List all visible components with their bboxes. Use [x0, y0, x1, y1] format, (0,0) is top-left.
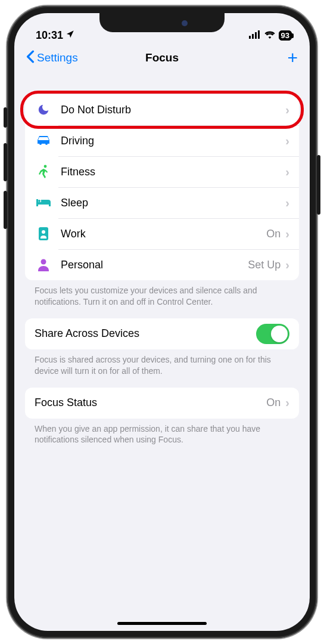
row-label: Driving [61, 135, 281, 147]
cellular-icon [249, 29, 261, 42]
svg-rect-2 [255, 32, 257, 39]
chevron-right-icon: › [285, 258, 289, 272]
share-group: Share Across Devices [25, 318, 299, 349]
bed-icon [35, 194, 52, 212]
svg-point-4 [44, 165, 47, 168]
page-title: Focus [145, 51, 179, 64]
phone-screen: 10:31 93 Settings [14, 13, 310, 631]
svg-point-7 [41, 259, 46, 265]
plus-icon: + [287, 48, 298, 67]
row-label: Focus Status [35, 397, 266, 409]
row-label: Share Across Devices [35, 327, 256, 340]
focus-modes-footer: Focus lets you customize your devices an… [25, 280, 299, 308]
moon-icon [35, 101, 52, 119]
volume-down-button[interactable] [4, 191, 7, 229]
chevron-right-icon: › [285, 196, 289, 210]
row-sleep[interactable]: Sleep › [25, 187, 299, 218]
row-value: Set Up [248, 259, 281, 271]
row-focus-status[interactable]: Focus Status On › [25, 388, 299, 419]
back-label: Settings [37, 51, 78, 64]
chevron-right-icon: › [285, 134, 289, 148]
row-label: Do Not Disturb [61, 104, 281, 116]
focus-modes-group: Do Not Disturb › Driving › Fit [25, 94, 299, 280]
row-value: On [266, 228, 281, 240]
add-button[interactable]: + [287, 49, 298, 67]
status-time: 10:31 [36, 29, 63, 42]
share-footer: Focus is shared across your devices, and… [25, 349, 299, 377]
row-driving[interactable]: Driving › [25, 125, 299, 156]
svg-rect-0 [249, 36, 251, 39]
row-do-not-disturb[interactable]: Do Not Disturb › [25, 94, 299, 125]
power-button[interactable] [317, 155, 320, 215]
row-fitness[interactable]: Fitness › [25, 156, 299, 187]
svg-point-6 [42, 230, 45, 234]
notch [99, 13, 225, 32]
wifi-icon [264, 29, 276, 42]
row-label: Sleep [61, 197, 281, 209]
battery-indicator: 93 [279, 30, 292, 41]
row-label: Work [61, 228, 266, 240]
svg-rect-1 [252, 34, 254, 39]
chevron-left-icon [26, 50, 35, 66]
running-icon [35, 163, 52, 181]
focus-status-footer: When you give an app permission, it can … [25, 419, 299, 446]
person-icon [35, 256, 52, 274]
row-label: Fitness [61, 166, 281, 178]
row-label: Personal [61, 259, 248, 271]
content-scroll[interactable]: Do Not Disturb › Driving › Fit [14, 73, 310, 607]
nav-bar: Settings Focus + [14, 43, 310, 73]
back-button[interactable]: Settings [26, 50, 78, 66]
chevron-right-icon: › [285, 396, 289, 410]
row-share-across-devices: Share Across Devices [25, 318, 299, 349]
row-value: On [266, 397, 281, 409]
location-icon [66, 29, 74, 42]
chevron-right-icon: › [285, 227, 289, 241]
car-icon [35, 132, 52, 150]
home-indicator[interactable] [117, 622, 207, 625]
chevron-right-icon: › [285, 165, 289, 179]
badge-icon [35, 225, 52, 243]
share-toggle[interactable] [256, 324, 289, 344]
chevron-right-icon: › [285, 103, 289, 117]
mute-switch[interactable] [4, 107, 7, 128]
focus-status-group: Focus Status On › [25, 388, 299, 419]
row-personal[interactable]: Personal Set Up › [25, 249, 299, 280]
svg-rect-3 [258, 30, 260, 39]
row-work[interactable]: Work On › [25, 218, 299, 249]
volume-up-button[interactable] [4, 143, 7, 181]
phone-frame: 10:31 93 Settings [7, 6, 317, 638]
